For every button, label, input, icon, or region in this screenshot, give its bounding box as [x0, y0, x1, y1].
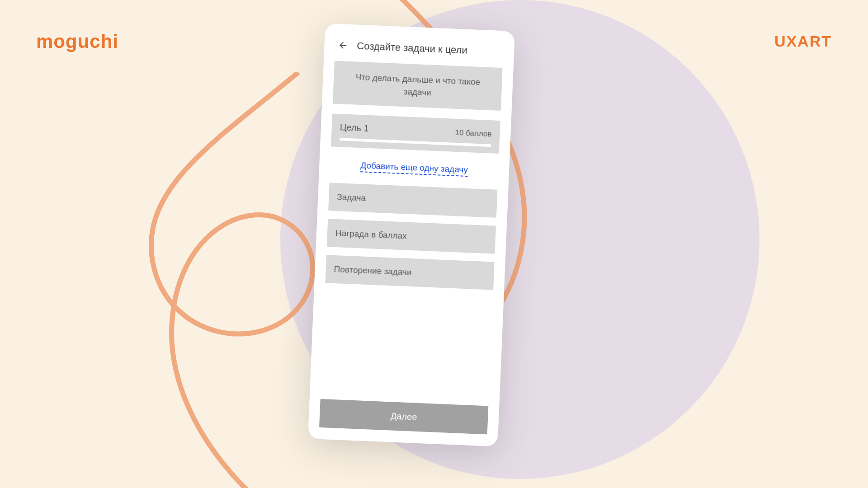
goal-progress-bar — [340, 138, 491, 147]
goal-points: 10 баллов — [455, 128, 492, 139]
goal-card[interactable]: Цель 1 10 баллов — [331, 114, 500, 154]
brand-logo-left: moguchi — [36, 31, 118, 52]
goal-label: Цель 1 — [340, 122, 369, 134]
reward-field[interactable]: Награда в баллах — [327, 219, 496, 254]
brand-logo-right: UXART — [774, 33, 832, 50]
back-arrow-icon[interactable] — [338, 40, 348, 51]
info-card[interactable]: Что делать дальше и что такое задачи — [333, 61, 503, 111]
add-task-link[interactable]: Добавить еще одну задачу — [360, 160, 468, 177]
phone-mockup: Создайте задачи к цели Что делать дальше… — [308, 23, 515, 447]
task-field[interactable]: Задача — [328, 183, 497, 218]
repeat-field[interactable]: Повторение задачи — [325, 255, 494, 290]
screen-title: Создайте задачи к цели — [357, 40, 467, 56]
